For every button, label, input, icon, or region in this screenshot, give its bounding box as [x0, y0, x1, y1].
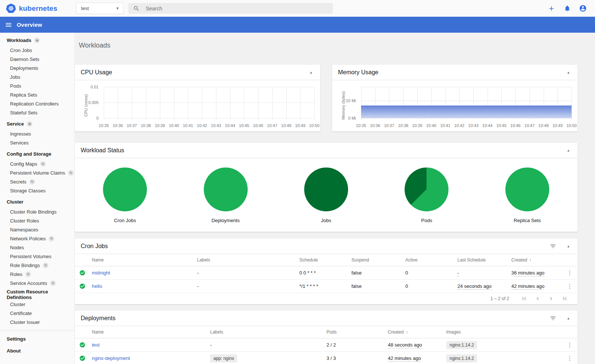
pie-chart — [103, 168, 147, 211]
sidebar-item-cluster-issuer[interactable]: Cluster Issuer — [0, 318, 74, 326]
sidebar-section-workloads[interactable]: WorkloadsN — [0, 35, 74, 46]
sidebar-item-nodes[interactable]: Nodes — [0, 243, 74, 252]
collapse-arrow-icon[interactable]: ▲ — [565, 243, 572, 250]
workload-status-pies: Cron JobsDeploymentsJobsPodsReplica Sets — [75, 158, 578, 223]
sidebar-item-cluster-roles[interactable]: Cluster Roles — [0, 216, 74, 225]
col-header-created[interactable]: Created↑ — [388, 329, 446, 335]
cell-suspend: false — [351, 283, 405, 289]
col-header-labels[interactable]: Labels — [210, 329, 327, 335]
sidebar-section-service[interactable]: ServiceN — [0, 118, 74, 129]
x-axis-tick: 10:46 — [510, 123, 521, 128]
sidebar-item-jobs[interactable]: Jobs — [0, 72, 74, 81]
sidebar-item-daemon-sets[interactable]: Daemon Sets — [0, 55, 74, 64]
sidebar-item-cluster[interactable]: Cluster — [0, 300, 74, 309]
col-header-schedule[interactable]: Schedule — [299, 257, 351, 263]
namespace-select[interactable]: test ▼ — [76, 3, 123, 14]
row-link[interactable]: test — [92, 342, 210, 348]
sidebar-item-cron-jobs[interactable]: Cron Jobs — [0, 46, 74, 55]
gridline — [188, 87, 188, 120]
sidebar-item-services[interactable]: Services — [0, 138, 74, 147]
sidebar-section-config-and-storage[interactable]: Config and Storage — [0, 149, 74, 159]
sidebar-item-service-accounts[interactable]: Service AccountsN — [0, 279, 74, 287]
menu-icon[interactable] — [5, 21, 12, 29]
gridline — [300, 87, 300, 120]
sidebar-item-roles[interactable]: RolesN — [0, 270, 74, 279]
cpu-x-ticks: 10:3510:3610:3710:3810:3910:4010:4110:42… — [104, 123, 314, 128]
x-axis-tick: 10:40 — [426, 123, 437, 128]
col-header-name[interactable]: Name — [92, 257, 197, 263]
collapse-arrow-icon[interactable]: ▲ — [565, 147, 572, 154]
sidebar: WorkloadsNCron JobsDaemon SetsDeployment… — [0, 33, 74, 364]
col-header-pods[interactable]: Pods — [327, 329, 388, 335]
sidebar-item-settings[interactable]: Settings — [0, 333, 74, 345]
sidebar-item-secrets[interactable]: SecretsN — [0, 177, 74, 186]
cell-created: 42 minutes ago — [511, 283, 557, 289]
sidebar-item-namespaces[interactable]: Namespaces — [0, 225, 74, 234]
sidebar-item-label: Stateful Sets — [10, 110, 38, 116]
col-header-last-schedule[interactable]: Last Schedule — [457, 257, 511, 263]
sidebar-item-persistent-volumes[interactable]: Persistent Volumes — [0, 252, 74, 261]
sidebar-item-certificate[interactable]: Certificate — [0, 309, 74, 318]
row-link[interactable]: nginx-deployment — [92, 355, 210, 361]
row-menu-button[interactable]: ⋮ — [566, 283, 573, 290]
collapse-arrow-icon[interactable]: ▲ — [565, 69, 572, 76]
filter-button[interactable] — [550, 243, 556, 250]
row-menu-button[interactable]: ⋮ — [566, 269, 573, 276]
search-input[interactable] — [146, 6, 333, 12]
x-axis-tick: 10:48 — [538, 123, 549, 128]
col-header-created[interactable]: Created↑ — [511, 257, 557, 263]
search-icon — [133, 5, 140, 12]
create-resource-button[interactable] — [547, 4, 556, 13]
sidebar-section-custom-resource-definitions[interactable]: Custom Resource Definitions — [0, 289, 74, 300]
col-header-active[interactable]: Active — [405, 257, 457, 263]
next-page-button[interactable] — [548, 295, 554, 302]
row-menu-button[interactable]: ⋮ — [566, 355, 573, 362]
sidebar-item-persistent-volume-claims[interactable]: Persistent Volume ClaimsN — [0, 168, 74, 177]
sidebar-item-storage-classes[interactable]: Storage Classes — [0, 186, 74, 195]
x-axis-tick: 10:42 — [197, 123, 207, 128]
check-circle-icon — [79, 342, 86, 348]
x-axis-tick: 10:35 — [356, 123, 366, 128]
cell-pods: 2 / 2 — [327, 342, 388, 348]
sidebar-item-replication-controllers[interactable]: Replication Controllers — [0, 99, 74, 108]
pie-label: Jobs — [321, 218, 331, 223]
sidebar-item-cluster-role-bindings[interactable]: Cluster Role Bindings — [0, 207, 74, 216]
sidebar-item-deployments[interactable]: Deployments — [0, 64, 74, 72]
sidebar-item-label: Daemon Sets — [10, 56, 39, 62]
row-link[interactable]: hello — [92, 283, 197, 289]
sidebar-item-pods[interactable]: Pods — [0, 81, 74, 90]
row-menu-button[interactable]: ⋮ — [566, 341, 573, 348]
col-header-name[interactable]: Name — [92, 329, 210, 335]
sidebar-item-stateful-sets[interactable]: Stateful Sets — [0, 108, 74, 117]
sidebar-item-about[interactable]: About — [0, 345, 74, 357]
col-header-labels[interactable]: Labels — [197, 257, 299, 263]
pie-chart — [304, 168, 348, 211]
chevron-left-icon — [534, 295, 541, 302]
sidebar-item-ingresses[interactable]: Ingresses — [0, 129, 74, 138]
previous-page-button[interactable] — [534, 295, 541, 302]
sidebar-item-network-policies[interactable]: Network PoliciesN — [0, 234, 74, 243]
col-header-suspend[interactable]: Suspend — [351, 257, 405, 263]
sidebar-item-config-maps[interactable]: Config MapsN — [0, 159, 74, 168]
kubernetes-helm-icon: ☸ — [6, 4, 16, 13]
row-link[interactable]: midnight — [92, 270, 197, 276]
collapse-arrow-icon[interactable]: ▲ — [308, 69, 314, 76]
col-header-images[interactable]: Images — [446, 329, 557, 335]
sidebar-section-cluster[interactable]: Cluster — [0, 196, 74, 207]
sidebar-item-label: Cron Jobs — [10, 48, 32, 53]
sidebar-item-replica-sets[interactable]: Replica Sets — [0, 90, 74, 99]
first-page-button[interactable] — [521, 295, 528, 302]
filter-button[interactable] — [550, 315, 556, 322]
cpu-card-title: CPU Usage — [81, 69, 112, 76]
pagination-controls — [521, 295, 568, 302]
cron-jobs-column-headers: Name Labels Schedule Suspend Active Last… — [75, 254, 578, 266]
kubernetes-logo[interactable]: ☸ kubernetes — [6, 0, 57, 17]
sidebar-item-role-bindings[interactable]: Role BindingsN — [0, 261, 74, 270]
collapse-arrow-icon[interactable]: ▲ — [565, 315, 572, 322]
top-header: ☸ kubernetes test ▼ — [0, 0, 595, 17]
notifications-button[interactable] — [563, 4, 571, 13]
gridline — [272, 87, 273, 120]
x-axis-tick: 10:35 — [99, 123, 109, 128]
last-page-button[interactable] — [561, 295, 568, 302]
account-button[interactable] — [579, 4, 587, 13]
